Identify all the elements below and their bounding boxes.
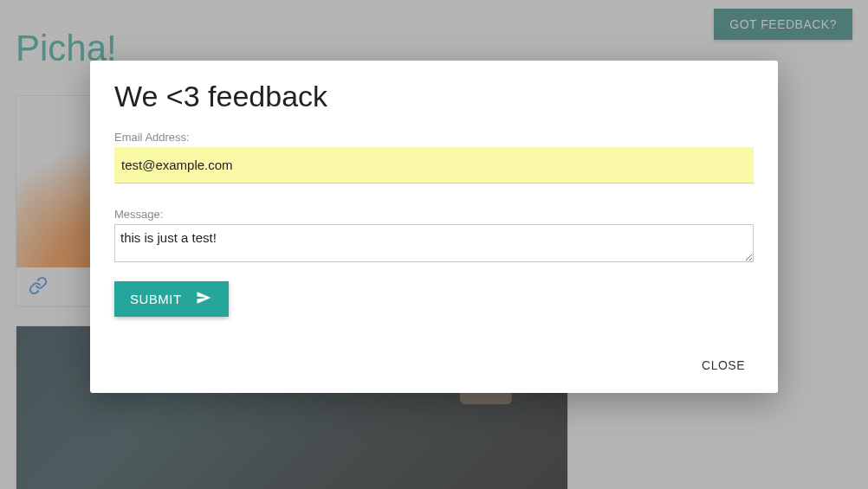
feedback-modal: We <3 feedback Email Address: Message: S… — [90, 61, 778, 393]
message-label: Message: — [114, 208, 754, 221]
message-field[interactable] — [114, 224, 754, 262]
close-button[interactable]: CLOSE — [693, 351, 754, 379]
modal-overlay: We <3 feedback Email Address: Message: S… — [0, 0, 868, 489]
modal-title: We <3 feedback — [114, 80, 754, 113]
submit-label: SUBMIT — [130, 292, 182, 306]
submit-button[interactable]: SUBMIT — [114, 281, 229, 317]
email-field[interactable] — [114, 147, 754, 183]
send-icon — [194, 290, 213, 308]
email-label: Email Address: — [114, 131, 754, 144]
